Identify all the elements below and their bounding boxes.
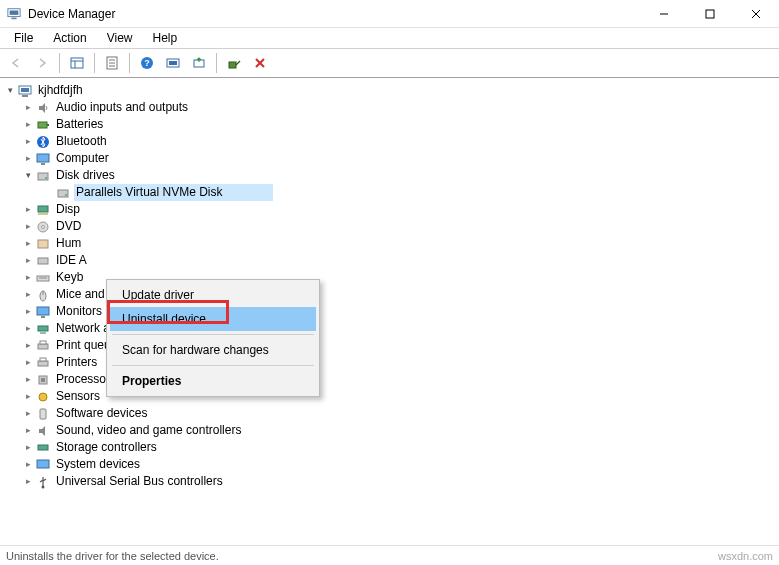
properties-button[interactable]: [100, 51, 124, 75]
tree-label: Printers: [54, 354, 99, 371]
tree-label-selected: Parallels Virtual NVMe Disk: [74, 184, 273, 201]
svg-rect-4: [706, 10, 714, 18]
tree-item-ide[interactable]: ▸ IDE A: [0, 252, 779, 269]
ctx-uninstall-device[interactable]: Uninstall device: [110, 307, 316, 331]
minimize-button[interactable]: [641, 0, 687, 27]
expander-icon[interactable]: ▸: [22, 388, 34, 405]
context-menu: Update driver Uninstall device Scan for …: [106, 279, 320, 397]
tree-label: Sensors: [54, 388, 102, 405]
tree-root-label: kjhdfdjfh: [36, 82, 85, 99]
scan-hardware-button[interactable]: [161, 51, 185, 75]
svg-rect-26: [47, 124, 49, 126]
ctx-scan-hardware[interactable]: Scan for hardware changes: [110, 338, 316, 362]
svg-point-58: [42, 485, 45, 488]
context-menu-separator: [112, 365, 314, 366]
print-queue-icon: [35, 338, 51, 354]
tree-item-hid[interactable]: ▸ Hum: [0, 235, 779, 252]
svg-rect-28: [37, 154, 49, 162]
device-manager-icon: [6, 6, 22, 22]
menu-view[interactable]: View: [99, 30, 141, 46]
tree-item-diskdrives[interactable]: ▾ Disk drives: [0, 167, 779, 184]
expander-icon[interactable]: ▸: [22, 303, 34, 320]
expander-icon[interactable]: ▸: [22, 439, 34, 456]
window-title: Device Manager: [28, 7, 115, 21]
help-button[interactable]: ?: [135, 51, 159, 75]
tree-item-usb[interactable]: ▸ Universal Serial Bus controllers: [0, 473, 779, 490]
tree-item-computer[interactable]: ▸ Computer: [0, 150, 779, 167]
expander-icon[interactable]: ▸: [22, 320, 34, 337]
expander-icon[interactable]: ▸: [22, 456, 34, 473]
tree-item-disk-child[interactable]: Parallels Virtual NVMe Disk: [0, 184, 779, 201]
svg-text:?: ?: [144, 58, 150, 68]
tree-item-software-devices[interactable]: ▸ Software devices: [0, 405, 779, 422]
tree-item-bluetooth[interactable]: ▸ Bluetooth: [0, 133, 779, 150]
svg-rect-38: [38, 240, 48, 248]
expander-icon[interactable]: ▸: [22, 201, 34, 218]
expander-icon[interactable]: ▸: [22, 371, 34, 388]
tree-label: IDE A: [54, 252, 89, 269]
expander-icon[interactable]: ▸: [22, 116, 34, 133]
expander-icon[interactable]: ▸: [22, 286, 34, 303]
cpu-icon: [35, 372, 51, 388]
tree-label: Disk drives: [54, 167, 117, 184]
tree-label: Monitors: [54, 303, 104, 320]
expander-icon[interactable]: ▸: [22, 337, 34, 354]
expander-icon[interactable]: ▸: [22, 473, 34, 490]
menu-file[interactable]: File: [6, 30, 41, 46]
nav-back-button[interactable]: [4, 51, 28, 75]
tree-item-batteries[interactable]: ▸ Batteries: [0, 116, 779, 133]
sound-icon: [35, 423, 51, 439]
svg-rect-57: [37, 460, 49, 468]
tree-label: Audio inputs and outputs: [54, 99, 190, 116]
tree-root[interactable]: ▾ kjhdfdjfh: [0, 82, 779, 99]
tree-label: Bluetooth: [54, 133, 109, 150]
update-driver-button[interactable]: [187, 51, 211, 75]
expander-icon[interactable]: ▸: [22, 99, 34, 116]
tree-label: DVD: [54, 218, 83, 235]
svg-rect-51: [40, 358, 46, 361]
uninstall-device-button[interactable]: [248, 51, 272, 75]
expander-icon[interactable]: ▸: [22, 405, 34, 422]
ctx-update-driver[interactable]: Update driver: [110, 283, 316, 307]
expander-icon[interactable]: ▸: [22, 133, 34, 150]
tree-item-display[interactable]: ▸ Disp: [0, 201, 779, 218]
ctx-properties[interactable]: Properties: [110, 369, 316, 393]
nav-forward-button[interactable]: [30, 51, 54, 75]
expander-icon[interactable]: ▸: [22, 150, 34, 167]
svg-rect-35: [38, 213, 48, 215]
speaker-icon: [35, 100, 51, 116]
expander-icon[interactable]: ▸: [22, 218, 34, 235]
status-bar: Uninstalls the driver for the selected d…: [0, 545, 779, 565]
expander-icon[interactable]: ▸: [22, 235, 34, 252]
printer-icon: [35, 355, 51, 371]
expander-icon[interactable]: ▾: [22, 167, 34, 184]
expander-icon[interactable]: ▸: [22, 354, 34, 371]
tree-item-storage[interactable]: ▸ Storage controllers: [0, 439, 779, 456]
display-adapter-icon: [35, 202, 51, 218]
device-tree[interactable]: ▾ kjhdfdjfh ▸ Audio inputs and outputs ▸…: [0, 78, 779, 545]
tree-label: Batteries: [54, 116, 105, 133]
tree-item-audio[interactable]: ▸ Audio inputs and outputs: [0, 99, 779, 116]
svg-rect-45: [41, 316, 45, 318]
svg-rect-1: [10, 10, 19, 14]
expander-icon[interactable]: ▾: [4, 82, 16, 99]
tree-item-sound[interactable]: ▸ Sound, video and game controllers: [0, 422, 779, 439]
close-button[interactable]: [733, 0, 779, 27]
svg-rect-55: [40, 409, 46, 419]
expander-icon[interactable]: ▸: [22, 422, 34, 439]
menu-help[interactable]: Help: [145, 30, 186, 46]
show-hide-console-button[interactable]: [65, 51, 89, 75]
tree-item-dvd[interactable]: ▸ DVD: [0, 218, 779, 235]
expander-icon[interactable]: ▸: [22, 252, 34, 269]
expander-icon[interactable]: ▸: [22, 269, 34, 286]
menu-action[interactable]: Action: [45, 30, 94, 46]
computer-icon: [17, 83, 33, 99]
svg-rect-24: [22, 95, 28, 97]
svg-point-33: [65, 194, 67, 196]
toolbar-separator: [94, 53, 95, 73]
tree-item-system[interactable]: ▸ System devices: [0, 456, 779, 473]
enable-device-button[interactable]: [222, 51, 246, 75]
svg-rect-44: [37, 307, 49, 315]
keyboard-icon: [35, 270, 51, 286]
maximize-button[interactable]: [687, 0, 733, 27]
